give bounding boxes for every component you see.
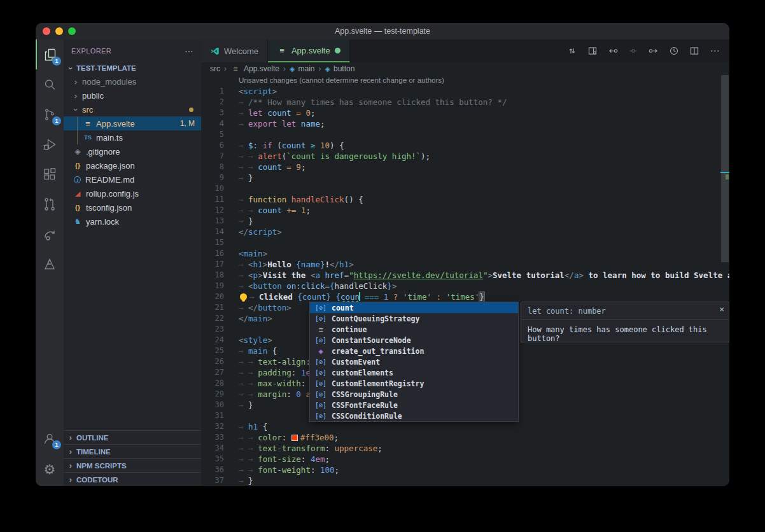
azure-icon[interactable] bbox=[36, 249, 64, 279]
editor-scrollbar[interactable] bbox=[720, 75, 729, 486]
file-row-readme-md[interactable]: iREADME.md bbox=[64, 172, 201, 186]
suggest-item-customelementregistry[interactable]: [⊘]CustomElementRegistry bbox=[310, 378, 518, 389]
code-line-13[interactable]: 13→ } bbox=[201, 216, 729, 227]
code-line-33[interactable]: 33→ → color: #ff3e00; bbox=[201, 432, 729, 443]
line-number: 32 bbox=[201, 421, 224, 432]
tab-app-svelte[interactable]: ≡ App.svelte bbox=[268, 39, 350, 62]
code-line-1[interactable]: 1<script> bbox=[201, 86, 729, 97]
explorer-more-actions-icon[interactable]: ⋯ bbox=[185, 46, 193, 56]
file-row-tsconfig-json[interactable]: {}tsconfig.json bbox=[64, 200, 201, 214]
file-row-public[interactable]: ›public bbox=[64, 88, 201, 102]
split-editor-icon[interactable] bbox=[687, 44, 701, 58]
file-row-node-modules[interactable]: ›node_modules bbox=[64, 74, 201, 88]
suggest-label: CustomElementRegistry bbox=[332, 379, 424, 388]
code-editor[interactable]: Unsaved changes (cannot determine recent… bbox=[201, 75, 729, 486]
suggest-label: CSSConditionRule bbox=[332, 412, 402, 421]
code-line-18[interactable]: 18→ <p>Visit the <a href="https://svelte… bbox=[201, 270, 729, 281]
breadcrumb-item-src[interactable]: src bbox=[210, 64, 220, 73]
file-row-main-ts[interactable]: TSmain.ts bbox=[64, 130, 201, 144]
code-line-16[interactable]: 16<main> bbox=[201, 248, 729, 259]
tab-whitespace-icon: → bbox=[239, 108, 248, 118]
line-content: → } bbox=[224, 475, 253, 486]
file-row-app-svelte[interactable]: ≡App.svelte1, M bbox=[64, 116, 201, 130]
project-root-row[interactable]: › TEST-TEMPLATE bbox=[64, 62, 201, 74]
suggest-label: ConstantSourceNode bbox=[332, 336, 411, 345]
code-line-34[interactable]: 34→ → text-transform: uppercase; bbox=[201, 443, 729, 454]
lightbulb-icon[interactable] bbox=[240, 293, 247, 300]
scrollbar-slider[interactable] bbox=[721, 75, 729, 262]
file-row-yarn-lock[interactable]: ♞yarn.lock bbox=[64, 214, 201, 228]
breadcrumb-item-main[interactable]: ◈main bbox=[290, 64, 314, 73]
code-line-5[interactable]: 5 bbox=[201, 129, 729, 140]
section-codetour[interactable]: ›CODETOUR bbox=[64, 472, 201, 486]
code-line-10[interactable]: 10 bbox=[201, 183, 729, 194]
compare-changes-icon[interactable] bbox=[565, 44, 579, 58]
code-line-11[interactable]: 11→ function handleClick() { bbox=[201, 194, 729, 205]
symbol-cube-icon: ◈ bbox=[290, 65, 295, 73]
tab-welcome[interactable]: Welcome bbox=[201, 39, 268, 62]
code-line-14[interactable]: 14</script> bbox=[201, 227, 729, 237]
file-history-icon[interactable] bbox=[667, 44, 681, 58]
section-outline[interactable]: ›OUTLINE bbox=[64, 430, 201, 444]
code-line-36[interactable]: 36→ → font-weight: 100; bbox=[201, 465, 729, 475]
code-line-17[interactable]: 17→ <h1>Hello {name}!</h1> bbox=[201, 259, 729, 270]
suggest-item-cssconditionrule[interactable]: [⊘]CSSConditionRule bbox=[310, 410, 518, 421]
code-line-7[interactable]: 7→ → alert(`count is dangerously high!`)… bbox=[201, 151, 729, 162]
open-changes-icon[interactable] bbox=[586, 44, 600, 58]
suggest-item-continue[interactable]: ≡continue bbox=[310, 324, 518, 335]
code-line-8[interactable]: 8→ → count = 9; bbox=[201, 162, 729, 172]
line-content bbox=[224, 129, 239, 140]
tab-whitespace-icon: → bbox=[239, 476, 248, 486]
run-debug-icon[interactable] bbox=[36, 129, 64, 159]
file-row--gitignore[interactable]: ◈.gitignore bbox=[64, 144, 201, 158]
code-line-3[interactable]: 3→ let count = 0; bbox=[201, 108, 729, 118]
code-line-37[interactable]: 37→ } bbox=[201, 475, 729, 486]
search-icon[interactable] bbox=[36, 69, 64, 99]
section-timeline[interactable]: ›TIMELINE bbox=[64, 444, 201, 458]
next-change-icon[interactable] bbox=[647, 44, 661, 58]
suggest-item-count[interactable]: [⊘]count bbox=[310, 302, 518, 313]
accounts-icon[interactable]: 1 bbox=[36, 423, 64, 453]
codelens-annotation[interactable]: Unsaved changes (cannot determine recent… bbox=[201, 75, 729, 86]
suggest-item-countqueuingstrategy[interactable]: [⊘]CountQueuingStrategy bbox=[310, 313, 518, 324]
more-actions-icon[interactable]: ⋯ bbox=[708, 44, 722, 58]
code-line-9[interactable]: 9→ } bbox=[201, 172, 729, 183]
github-pull-request-icon[interactable] bbox=[36, 189, 64, 219]
git-file-icon: ◈ bbox=[73, 147, 83, 156]
chevron-right-icon: › bbox=[67, 433, 74, 442]
line-number: 31 bbox=[201, 410, 224, 421]
overview-change-marker bbox=[726, 174, 729, 179]
suggest-item-constantsourcenode[interactable]: [⊘]ConstantSourceNode bbox=[310, 335, 518, 346]
tab-whitespace-icon: → bbox=[239, 357, 248, 367]
live-share-icon[interactable] bbox=[36, 219, 64, 249]
suggest-item-customelements[interactable]: [⊘]customElements bbox=[310, 367, 518, 378]
suggest-item-cssgroupingrule[interactable]: [⊘]CSSGroupingRule bbox=[310, 389, 518, 400]
extensions-icon[interactable] bbox=[36, 159, 64, 189]
settings-gear-icon[interactable]: ⚙ bbox=[36, 453, 64, 486]
code-line-4[interactable]: 4→ export let name; bbox=[201, 118, 729, 129]
file-row-src[interactable]: ›src bbox=[64, 102, 201, 116]
code-line-6[interactable]: 6→ $: if (count ≥ 10) { bbox=[201, 140, 729, 151]
breadcrumb-item-app-svelte[interactable]: ≡App.svelte bbox=[230, 64, 279, 73]
file-row-package-json[interactable]: {}package.json bbox=[64, 158, 201, 172]
suggest-item-create_out_transition[interactable]: ◈create_out_transition bbox=[310, 346, 518, 356]
code-line-15[interactable]: 15 bbox=[201, 237, 729, 248]
tab-whitespace-icon: → bbox=[248, 368, 258, 377]
breadcrumb-item-button[interactable]: ◈button bbox=[325, 64, 355, 73]
code-line-35[interactable]: 35→ → font-size: 4em; bbox=[201, 454, 729, 465]
symbol-module-icon: ◈ bbox=[314, 347, 328, 356]
code-line-20[interactable]: 20→ Clicked {count} {coun === 1 ? 'time'… bbox=[201, 291, 729, 302]
code-line-12[interactable]: 12→ → count += 1; bbox=[201, 205, 729, 216]
tab-whitespace-icon: → bbox=[248, 357, 258, 367]
code-line-32[interactable]: 32→ h1 { bbox=[201, 421, 729, 432]
section-npm-scripts[interactable]: ›NPM SCRIPTS bbox=[64, 458, 201, 472]
previous-change-icon[interactable] bbox=[606, 44, 620, 58]
source-control-icon[interactable]: 1 bbox=[36, 99, 64, 129]
suggest-item-cssfontfacerule[interactable]: [⊘]CSSFontFaceRule bbox=[310, 400, 518, 410]
code-line-19[interactable]: 19→ <button on:click={handleClick}> bbox=[201, 281, 729, 291]
explorer-icon[interactable]: 1 bbox=[36, 39, 64, 69]
file-row-rollup-config-js[interactable]: ◢rollup.config.js bbox=[64, 186, 201, 200]
code-line-2[interactable]: 2→ /** How many times has someone clicke… bbox=[201, 97, 729, 108]
line-content bbox=[224, 410, 239, 421]
suggest-item-customevent[interactable]: [⊘]CustomEvent bbox=[310, 356, 518, 367]
